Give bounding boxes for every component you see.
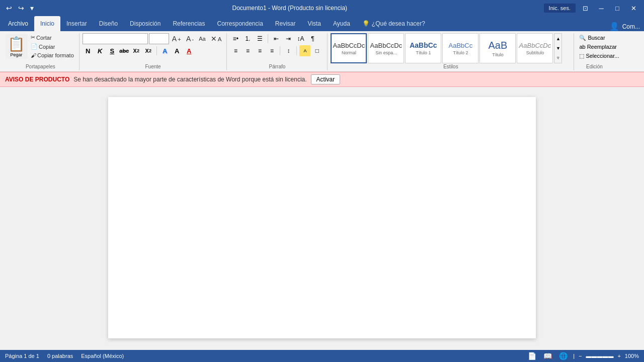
decrease-indent-button[interactable]: ⇤ [271, 33, 282, 44]
underline-button[interactable]: S [107, 45, 118, 56]
read-mode-button[interactable]: 📖 [542, 352, 553, 360]
quick-save-button[interactable]: ▾ [28, 3, 36, 13]
tab-referencias[interactable]: Referencias [167, 16, 211, 31]
justify-button[interactable]: ≡ [266, 45, 277, 56]
parrafo-row1: ≡• 1. ☰ ⇤ ⇥ ↕A ¶ [230, 33, 323, 44]
document-page[interactable] [108, 97, 536, 338]
font-row1: A+ A- Aa ✕A [83, 33, 224, 44]
scroll-down-icon: ▼ [556, 46, 560, 51]
font-size-input[interactable] [149, 33, 169, 44]
line-spacing-button[interactable]: ↕ [283, 45, 294, 56]
change-case-button[interactable]: Aa [197, 35, 207, 43]
close-button[interactable]: ✕ [627, 2, 640, 15]
notice-title: AVISO DE PRODUCTO [5, 76, 69, 83]
tab-correspondencia[interactable]: Correspondencia [211, 16, 269, 31]
format-painter-button[interactable]: 🖌 Copiar formato [29, 51, 76, 59]
tab-diseno[interactable]: Diseño [93, 16, 124, 31]
shading-button[interactable]: A [299, 45, 310, 56]
clear-format-button[interactable]: ✕A [209, 34, 224, 44]
text-highlight-button[interactable]: A [172, 45, 183, 56]
undo-button[interactable]: ↩ [4, 3, 14, 13]
style-titulo1[interactable]: AaBbCc Título 1 [405, 33, 441, 63]
style-subtitulo-preview: AaBbCcDc [519, 42, 551, 49]
edicion-group: 🔍 Buscar ab Reemplazar ⬚ Seleccionar... … [574, 33, 614, 70]
title-bar-left: ↩ ↪ ▾ [4, 3, 36, 13]
bold-button[interactable]: N [83, 45, 94, 56]
zoom-in-icon[interactable]: + [617, 353, 620, 359]
divider3 [280, 46, 280, 55]
maximize-button[interactable]: □ [611, 2, 624, 15]
strikethrough-button[interactable]: abc [119, 45, 130, 56]
bullets-button[interactable]: ≡• [230, 33, 241, 44]
print-layout-button[interactable]: 📄 [526, 352, 538, 360]
superscript-button[interactable]: X2 [143, 45, 154, 56]
style-subtitulo-label: Subtítulo [526, 50, 544, 55]
style-subtitulo[interactable]: AaBbCcDc Subtítulo [517, 33, 553, 63]
tab-revisar[interactable]: Revisar [269, 16, 302, 31]
tab-lightbulb[interactable]: 💡 ¿Qué desea hacer? [356, 16, 431, 31]
tab-ayuda[interactable]: Ayuda [327, 16, 356, 31]
activate-button[interactable]: Activar [311, 74, 341, 84]
main-area [0, 87, 644, 350]
text-effects-button[interactable]: A [159, 45, 171, 56]
align-left-button[interactable]: ≡ [230, 45, 241, 56]
scroll-more-icon: ▿ [557, 55, 559, 60]
align-right-button[interactable]: ≡ [254, 45, 265, 56]
font-color-button[interactable]: A [184, 45, 195, 56]
subscript-button[interactable]: X2 [131, 45, 142, 56]
copy-button[interactable]: 📄 Copiar [29, 42, 76, 51]
increase-indent-button[interactable]: ⇥ [283, 33, 294, 44]
show-marks-button[interactable]: ¶ [307, 33, 318, 44]
notice-bar: AVISO DE PRODUCTO Se han desactivado la … [0, 72, 644, 87]
numbering-button[interactable]: 1. [242, 33, 253, 44]
zoom-slider[interactable]: ▬▬▬▬▬ [586, 353, 613, 359]
tab-archivo[interactable]: Archivo [2, 16, 34, 31]
paste-button[interactable]: 📋 Pegar [5, 34, 28, 59]
sort-button[interactable]: ↕A [295, 33, 306, 44]
tab-vista[interactable]: Vista [302, 16, 327, 31]
italic-button[interactable]: K [95, 45, 106, 56]
edicion-label: Edición [586, 64, 603, 69]
estilos-group: AaBbCcDc Normal AaBbCcDc Sin espa... AaB… [328, 33, 574, 70]
comment-label[interactable]: Com... [622, 23, 640, 30]
ribbon: Archivo Inicio Insertar Diseño Disposici… [0, 16, 644, 72]
layout-toggle-button[interactable]: ⊡ [579, 2, 592, 15]
multilevel-list-button[interactable]: ☰ [254, 33, 265, 44]
style-titulo2[interactable]: AaBbCc Título 2 [442, 33, 478, 63]
tab-disposicion[interactable]: Disposición [124, 16, 167, 31]
tab-inicio[interactable]: Inicio [34, 16, 60, 31]
styles-scroll[interactable]: ▲ ▼ ▿ [554, 33, 562, 63]
search-button[interactable]: 🔍 Buscar [577, 33, 607, 42]
ribbon-content: 📋 Pegar ✂ Cortar 📄 Copiar 🖌 [0, 31, 644, 72]
copy-icon: 📄 [31, 43, 38, 50]
style-sin-espacio[interactable]: AaBbCcDc Sin espa... [368, 33, 404, 63]
language-indicator: Español (México) [81, 353, 124, 359]
zoom-separator: | [573, 353, 575, 359]
style-sin-espacio-preview: AaBbCcDc [370, 42, 403, 49]
tab-insertar[interactable]: Insertar [60, 16, 93, 31]
select-button[interactable]: ⬚ Seleccionar... [577, 51, 607, 60]
redo-button[interactable]: ↪ [16, 3, 26, 13]
zoom-out-icon[interactable]: − [579, 353, 582, 359]
replace-button[interactable]: ab Reemplazar [577, 42, 607, 51]
select-icon: ⬚ [579, 53, 584, 59]
style-normal[interactable]: AaBbCcDc Normal [331, 33, 367, 63]
borders-button[interactable]: □ [311, 45, 323, 56]
style-normal-label: Normal [342, 50, 356, 55]
cut-button[interactable]: ✂ Cortar [29, 33, 76, 42]
font-row2: N K S abc X2 X2 A A A [83, 45, 224, 56]
portapapeles-label: Portapapeles [26, 64, 55, 69]
font-shrink-button[interactable]: A- [184, 34, 196, 44]
align-center-button[interactable]: ≡ [242, 45, 253, 56]
divider2 [268, 34, 268, 43]
font-name-input[interactable] [83, 33, 148, 44]
word-count: 0 palabras [47, 353, 73, 359]
estilos-label: Estilos [443, 64, 458, 69]
activate-session-button[interactable]: Inic. ses. [544, 4, 576, 13]
font-grow-button[interactable]: A+ [170, 34, 183, 44]
styles-gallery: AaBbCcDc Normal AaBbCcDc Sin espa... AaB… [331, 33, 562, 63]
style-titulo[interactable]: AaB Título [479, 33, 516, 63]
cut-icon: ✂ [31, 34, 35, 41]
minimize-button[interactable]: ─ [595, 2, 608, 15]
web-layout-button[interactable]: 🌐 [557, 352, 569, 360]
